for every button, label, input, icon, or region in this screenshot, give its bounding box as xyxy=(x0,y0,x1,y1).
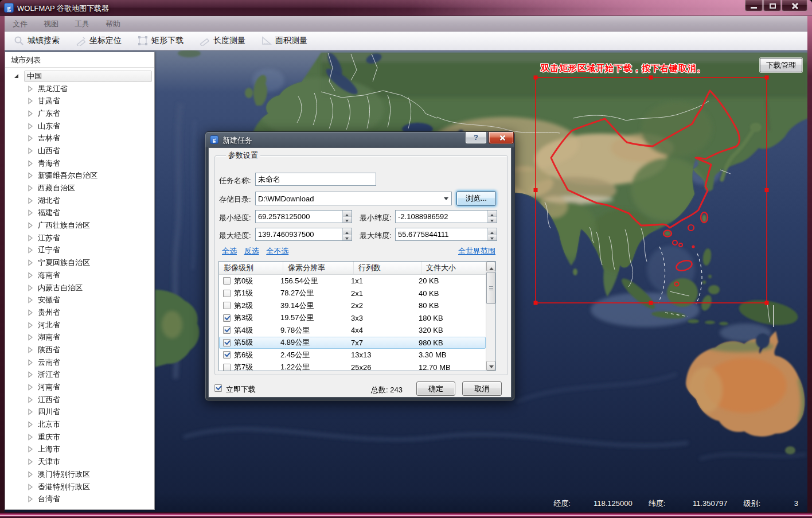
collapsed-arrow-icon[interactable] xyxy=(27,334,34,341)
collapsed-arrow-icon[interactable] xyxy=(27,458,34,465)
minimize-button[interactable] xyxy=(745,0,763,11)
scroll-up-button[interactable] xyxy=(486,262,495,271)
maximize-button[interactable] xyxy=(763,0,781,11)
scroll-down-button[interactable] xyxy=(486,361,495,371)
level-row[interactable]: 第3级 19.57公里 3x3 180 KB xyxy=(219,312,486,325)
level-checkbox[interactable] xyxy=(223,277,231,285)
collapsed-arrow-icon[interactable] xyxy=(27,309,34,316)
collapsed-arrow-icon[interactable] xyxy=(27,247,34,254)
sidebar-item-province[interactable]: 天津市 xyxy=(5,455,154,468)
sidebar-item-province[interactable]: 台湾省 xyxy=(5,493,154,505)
sidebar-item-province[interactable]: 黑龙江省 xyxy=(5,83,154,95)
sidebar-item-province[interactable]: 宁夏回族自治区 xyxy=(5,256,154,269)
sidebar-item-province[interactable]: 吉林省 xyxy=(5,132,154,145)
collapsed-arrow-icon[interactable] xyxy=(27,346,34,353)
ok-button[interactable]: 确定 xyxy=(416,381,455,396)
sidebar-item-province[interactable]: 上海市 xyxy=(5,443,154,456)
sidebar-item-province[interactable]: 澳门特别行政区 xyxy=(5,468,154,481)
collapsed-arrow-icon[interactable] xyxy=(27,110,34,117)
sidebar-item-province[interactable]: 江西省 xyxy=(5,394,154,406)
sidebar-item-province[interactable]: 云南省 xyxy=(5,356,154,369)
sidebar-item-province[interactable]: 甘肃省 xyxy=(5,95,154,107)
sidebar-item-province[interactable]: 广东省 xyxy=(5,107,154,120)
collapsed-arrow-icon[interactable] xyxy=(27,209,34,216)
spin-up-icon[interactable] xyxy=(488,211,497,217)
sidebar-item-province[interactable]: 陕西省 xyxy=(5,344,154,356)
sidebar-item-province[interactable]: 河南省 xyxy=(5,381,154,394)
collapsed-arrow-icon[interactable] xyxy=(27,123,34,130)
cancel-button[interactable]: 取消 xyxy=(462,381,502,396)
collapsed-arrow-icon[interactable] xyxy=(27,197,34,204)
collapsed-arrow-icon[interactable] xyxy=(27,259,34,266)
tool-town-search[interactable]: 城镇搜索 xyxy=(7,33,67,49)
collapsed-arrow-icon[interactable] xyxy=(27,222,34,229)
level-checkbox[interactable] xyxy=(223,326,231,334)
sidebar-item-province[interactable]: 湖南省 xyxy=(5,331,154,344)
collapsed-arrow-icon[interactable] xyxy=(27,471,34,478)
sidebar-item-province[interactable]: 海南省 xyxy=(5,269,154,282)
sidebar-item-province[interactable]: 山东省 xyxy=(5,120,154,133)
collapsed-arrow-icon[interactable] xyxy=(27,408,34,415)
level-checkbox[interactable] xyxy=(223,339,231,346)
collapsed-arrow-icon[interactable] xyxy=(27,396,34,403)
dialog-help-button[interactable]: ? xyxy=(465,132,487,144)
level-checkbox[interactable] xyxy=(223,364,231,371)
sidebar-item-province[interactable]: 内蒙古自治区 xyxy=(5,282,154,294)
collapsed-arrow-icon[interactable] xyxy=(27,235,34,242)
level-row[interactable]: 第0级 156.54公里 1x1 20 KB xyxy=(219,275,486,287)
header-filesize[interactable]: 文件大小 xyxy=(421,262,495,274)
level-row[interactable]: 第2级 39.14公里 2x2 80 KB xyxy=(219,299,486,312)
spin-up-icon[interactable] xyxy=(343,228,352,235)
collapsed-arrow-icon[interactable] xyxy=(27,172,34,179)
collapsed-arrow-icon[interactable] xyxy=(27,272,34,279)
min-lon-input[interactable]: 69.2578125000 xyxy=(255,210,352,223)
tree-item-china[interactable]: 中国 xyxy=(5,70,154,83)
spin-down-icon[interactable] xyxy=(343,217,352,223)
sidebar-item-province[interactable]: 江苏省 xyxy=(5,232,154,244)
sidebar-item-province[interactable]: 贵州省 xyxy=(5,306,154,319)
sidebar-item-province[interactable]: 新疆维吾尔自治区 xyxy=(5,170,154,182)
menu-tools[interactable]: 工具 xyxy=(67,16,97,31)
collapsed-arrow-icon[interactable] xyxy=(27,135,34,142)
select-all-link[interactable]: 全选 xyxy=(222,247,237,255)
download-manager-button[interactable]: 下载管理 xyxy=(760,58,802,72)
header-resolution[interactable]: 像素分辨率 xyxy=(283,262,354,274)
invert-select-link[interactable]: 反选 xyxy=(244,247,259,255)
level-row[interactable]: 第5级 4.89公里 7x7 980 KB xyxy=(219,337,486,349)
sidebar-item-province[interactable]: 安徽省 xyxy=(5,294,154,306)
sidebar-item-province[interactable]: 四川省 xyxy=(5,406,154,419)
header-level[interactable]: 影像级别 xyxy=(219,262,283,274)
max-lat-input[interactable]: 55.6775844111 xyxy=(395,228,497,241)
spin-down-icon[interactable] xyxy=(343,235,352,240)
collapsed-arrow-icon[interactable] xyxy=(27,446,34,453)
download-now-checkbox[interactable] xyxy=(214,384,222,392)
level-row[interactable]: 第1级 78.27公里 2x1 40 KB xyxy=(219,287,486,300)
menu-view[interactable]: 视图 xyxy=(36,16,67,31)
task-name-input[interactable]: 未命名 xyxy=(255,173,376,186)
sidebar-item-province[interactable]: 浙江省 xyxy=(5,369,154,381)
dialog-close-button[interactable] xyxy=(489,132,514,144)
collapsed-arrow-icon[interactable] xyxy=(27,185,34,192)
sidebar-item-province[interactable]: 福建省 xyxy=(5,207,154,220)
scroll-thumb[interactable] xyxy=(486,272,495,304)
collapsed-arrow-icon[interactable] xyxy=(27,285,34,291)
collapsed-arrow-icon[interactable] xyxy=(27,496,34,503)
select-none-link[interactable]: 全不选 xyxy=(266,247,288,255)
spin-up-icon[interactable] xyxy=(488,228,497,235)
tool-rect-download[interactable]: 矩形下载 xyxy=(131,33,190,49)
level-checkbox[interactable] xyxy=(223,314,231,322)
collapsed-arrow-icon[interactable] xyxy=(27,98,34,104)
storage-dir-combobox[interactable]: D:\WMDownload xyxy=(255,192,452,205)
tool-area-measure[interactable]: 面积测量 xyxy=(255,33,314,49)
level-row[interactable]: 第7级 1.22公里 25x26 12.70 MB xyxy=(219,361,486,372)
sidebar-item-province[interactable]: 重庆市 xyxy=(5,431,154,443)
expanded-arrow-icon[interactable] xyxy=(13,73,20,80)
tool-coordinate-locate[interactable]: 坐标定位 xyxy=(69,33,128,49)
sidebar-item-province[interactable]: 湖北省 xyxy=(5,194,154,207)
level-checkbox[interactable] xyxy=(223,302,231,309)
level-checkbox[interactable] xyxy=(223,351,231,359)
header-grid[interactable]: 行列数 xyxy=(354,262,421,274)
menu-file[interactable]: 文件 xyxy=(5,16,36,31)
max-lon-input[interactable]: 139.7460937500 xyxy=(255,228,352,241)
spin-down-icon[interactable] xyxy=(488,235,497,240)
